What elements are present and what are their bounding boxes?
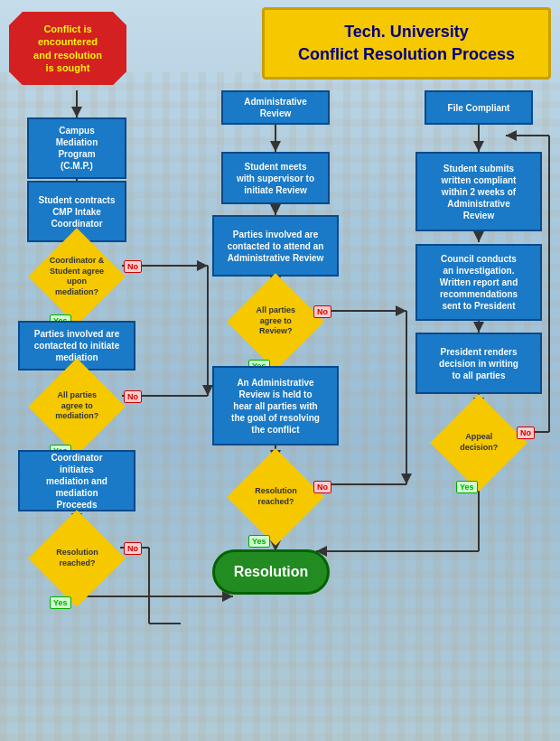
flowchart: CampusMediationProgram(C.M.P.) Student c… — [0, 90, 560, 741]
yes-label-3: Yes — [50, 596, 71, 609]
resolution-oval: Resolution — [212, 549, 330, 595]
title-box: Tech. University Conflict Resolution Pro… — [262, 7, 551, 80]
main-content: Conflict isencounteredand resolutionis s… — [0, 0, 560, 741]
student-meets-node: Student meetswith supervisor toinitiate … — [221, 152, 330, 204]
cmp-node: CampusMediationProgram(C.M.P.) — [27, 117, 126, 179]
title-line1: Tech. University — [278, 21, 535, 43]
admin-review-node: AdministrativeReview — [221, 90, 330, 125]
yes-label-6: Yes — [456, 481, 478, 493]
student-submits-node: Student submitswritten compliantwithin 2… — [415, 152, 542, 231]
start-node: Conflict isencounteredand resolutionis s… — [9, 12, 126, 85]
yes-label-5: Yes — [248, 535, 270, 548]
no-label-5: No — [313, 481, 331, 493]
admin-review-held-node: An AdministrativeReview is held tohear a… — [212, 366, 339, 446]
no-label-1: No — [124, 260, 142, 273]
no-label-4: No — [313, 305, 331, 318]
no-label-3: No — [124, 542, 142, 555]
council-conducts-node: Council conductsan investigation.Written… — [415, 244, 542, 321]
no-label-6: No — [517, 427, 535, 439]
title-line2: Conflict Resolution Process — [278, 43, 535, 66]
president-renders-node: President rendersdecision in writingto a… — [415, 333, 542, 394]
parties-contacted-review-node: Parties involved arecontacted to attend … — [212, 215, 339, 277]
header: Conflict isencounteredand resolutionis s… — [0, 0, 560, 92]
coordinator-initiates-node: Coordinatorinitiatesmediation andmediati… — [18, 450, 135, 511]
file-compliant-node: File Compliant — [425, 90, 533, 125]
no-label-2: No — [124, 390, 142, 403]
